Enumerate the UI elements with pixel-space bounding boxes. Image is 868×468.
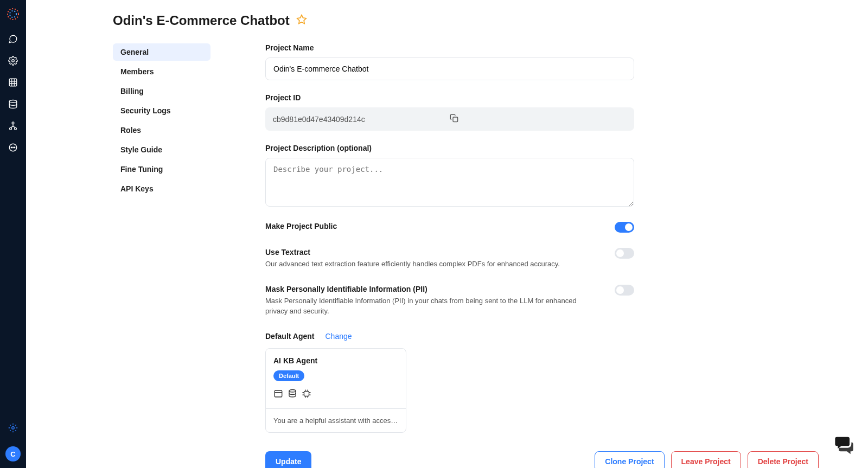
svg-point-7 xyxy=(15,127,17,130)
tab-members[interactable]: Members xyxy=(113,63,210,80)
nav-database-icon[interactable] xyxy=(3,94,23,114)
tab-security-logs[interactable]: Security Logs xyxy=(113,102,210,119)
tab-api-keys[interactable]: API Keys xyxy=(113,180,210,197)
project-id-display: cb9d81e0d47e43409d214c xyxy=(265,107,634,131)
use-textract-label: Use Textract xyxy=(265,248,593,257)
agent-chip-icon xyxy=(302,389,311,401)
tab-billing[interactable]: Billing xyxy=(113,82,210,100)
svg-point-1 xyxy=(10,11,16,17)
project-id-value: cb9d81e0d47e43409d214c xyxy=(273,115,450,124)
user-avatar[interactable]: C xyxy=(5,446,21,461)
nav-message-icon[interactable] xyxy=(3,138,23,157)
favorite-star-icon[interactable] xyxy=(296,14,307,27)
agent-database-icon xyxy=(288,389,297,401)
svg-point-9 xyxy=(11,147,12,148)
project-desc-input[interactable] xyxy=(265,158,634,207)
svg-point-12 xyxy=(12,427,15,429)
project-desc-label: Project Description (optional) xyxy=(265,144,634,152)
settings-tabs: General Members Billing Security Logs Ro… xyxy=(113,43,210,197)
page-title: Odin's E-Commerce Chatbot xyxy=(113,13,290,28)
delete-project-button[interactable]: Delete Project xyxy=(748,451,819,469)
copy-icon[interactable] xyxy=(450,114,627,124)
svg-point-4 xyxy=(9,100,17,103)
agent-panel-icon xyxy=(273,389,283,401)
svg-point-2 xyxy=(12,60,15,62)
svg-rect-15 xyxy=(275,390,282,397)
svg-marker-13 xyxy=(297,15,306,24)
svg-rect-17 xyxy=(304,391,309,396)
nav-dashboard-icon[interactable] xyxy=(3,73,23,92)
clone-project-button[interactable]: Clone Project xyxy=(595,451,664,469)
tab-fine-tuning[interactable]: Fine Tuning xyxy=(113,161,210,178)
default-agent-label: Default Agent xyxy=(265,332,314,341)
tab-roles[interactable]: Roles xyxy=(113,121,210,139)
nav-chat-icon[interactable] xyxy=(3,29,23,49)
agent-default-badge: Default xyxy=(273,370,304,381)
svg-rect-3 xyxy=(9,79,17,86)
project-name-input[interactable] xyxy=(265,57,634,80)
make-public-label: Make Project Public xyxy=(265,222,593,230)
svg-rect-14 xyxy=(453,117,458,122)
nav-tree-icon[interactable] xyxy=(3,116,23,136)
mask-pii-toggle[interactable] xyxy=(615,285,634,296)
left-nav: C xyxy=(0,0,26,468)
project-id-label: Project ID xyxy=(265,93,634,102)
chat-widget-icon[interactable] xyxy=(833,433,855,455)
logo-icon xyxy=(7,8,20,21)
update-button[interactable]: Update xyxy=(265,451,311,469)
project-name-label: Project Name xyxy=(265,43,634,52)
tab-style-guide[interactable]: Style Guide xyxy=(113,141,210,158)
svg-point-6 xyxy=(10,127,12,130)
svg-point-16 xyxy=(289,389,296,392)
mask-pii-desc: Mask Personally Identifiable Information… xyxy=(265,296,593,317)
use-textract-desc: Our advanced text extraction feature eff… xyxy=(265,259,593,270)
agent-name: AI KB Agent xyxy=(273,356,398,365)
change-agent-link[interactable]: Change xyxy=(325,332,352,341)
svg-point-11 xyxy=(14,147,15,148)
agent-card[interactable]: AI KB Agent Default You are a helpful as… xyxy=(265,348,406,433)
svg-point-5 xyxy=(12,122,14,124)
make-public-toggle[interactable] xyxy=(615,222,634,233)
leave-project-button[interactable]: Leave Project xyxy=(671,451,741,469)
agent-description: You are a helpful assistant with access … xyxy=(266,408,406,432)
nav-gear-icon[interactable] xyxy=(3,51,23,70)
mask-pii-label: Mask Personally Identifiable Information… xyxy=(265,285,593,293)
use-textract-toggle[interactable] xyxy=(615,248,634,259)
tab-general[interactable]: General xyxy=(113,43,210,61)
svg-point-10 xyxy=(12,147,14,148)
nav-settings-icon[interactable] xyxy=(3,418,23,438)
